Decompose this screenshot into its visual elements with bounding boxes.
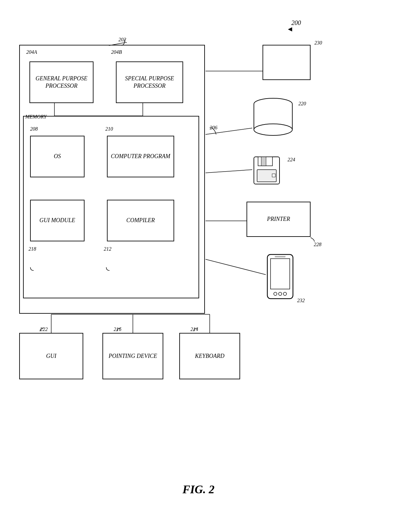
ref-232: 232 xyxy=(297,298,305,303)
gui-label: GUI xyxy=(46,352,56,360)
ref-228: 228 xyxy=(314,242,321,247)
printer-label: PRINTER xyxy=(267,215,290,223)
ref-212: 212 xyxy=(104,246,111,252)
svg-point-13 xyxy=(279,292,282,295)
ref-218: 218 xyxy=(28,246,36,252)
ref-210: 210 xyxy=(105,126,113,132)
special-purpose-processor-box: SPECIAL PURPOSE PROCESSOR xyxy=(116,61,183,103)
keyboard-box: KEYBOARD xyxy=(179,333,240,379)
floppy-disk xyxy=(252,155,284,187)
svg-point-4 xyxy=(254,124,292,135)
svg-line-21 xyxy=(206,170,252,173)
ref-230: 230 xyxy=(314,40,322,46)
svg-rect-15 xyxy=(275,256,286,257)
svg-rect-7 xyxy=(261,157,266,166)
ref-204a: 204A xyxy=(26,49,37,55)
ref-202: 202 xyxy=(118,37,126,43)
main-system-box: 204A 204B GENERAL PURPOSE PROCESSOR SPEC… xyxy=(19,45,205,314)
os-label: OS xyxy=(54,153,61,160)
ref-220: 220 xyxy=(298,101,306,107)
memory-box: MEMORY 208 210 OS COMPUTER PROGRAM GUI M… xyxy=(23,116,199,298)
pointing-device-label: POINTING DEVICE xyxy=(109,352,157,360)
memory-label: MEMORY xyxy=(25,114,46,120)
gui-box: GUI xyxy=(19,333,83,379)
svg-line-23 xyxy=(206,259,266,275)
keyboard-label: KEYBOARD xyxy=(195,352,224,360)
mobile-device xyxy=(266,253,296,304)
ref-216: 216 xyxy=(114,326,121,332)
gui-module-label: GUI MODULE xyxy=(39,217,75,224)
svg-point-14 xyxy=(283,292,287,295)
compiler-box: COMPILER xyxy=(107,200,174,241)
general-purpose-processor-box: GENERAL PURPOSE PROCESSOR xyxy=(29,61,93,103)
special-purpose-processor-label: SPECIAL PURPOSE PROCESSOR xyxy=(117,75,182,90)
gui-module-box: GUI MODULE xyxy=(30,200,85,241)
external-storage-top-box xyxy=(263,45,311,80)
cylinder-storage xyxy=(252,98,294,139)
pointing-device-box: POINTING DEVICE xyxy=(102,333,163,379)
ref-206: 206 xyxy=(210,125,217,131)
compiler-label: COMPILER xyxy=(126,217,155,224)
svg-rect-9 xyxy=(272,174,275,177)
general-purpose-processor-label: GENERAL PURPOSE PROCESSOR xyxy=(30,75,93,90)
printer-box: PRINTER xyxy=(247,202,311,237)
ref-204b: 204B xyxy=(111,49,122,55)
arrow-200: ◄ xyxy=(287,25,294,33)
figure-label: FIG. 2 xyxy=(182,483,215,496)
ref-224: 224 xyxy=(288,157,295,163)
ref-214: 214 xyxy=(190,326,198,332)
computer-program-box: COMPUTER PROGRAM xyxy=(107,136,174,177)
ref-208: 208 xyxy=(30,126,38,132)
os-box: OS xyxy=(30,136,85,177)
svg-point-12 xyxy=(274,292,277,295)
computer-program-label: COMPUTER PROGRAM xyxy=(111,153,170,160)
svg-rect-11 xyxy=(271,259,290,289)
ref-222: 222 xyxy=(40,326,48,332)
